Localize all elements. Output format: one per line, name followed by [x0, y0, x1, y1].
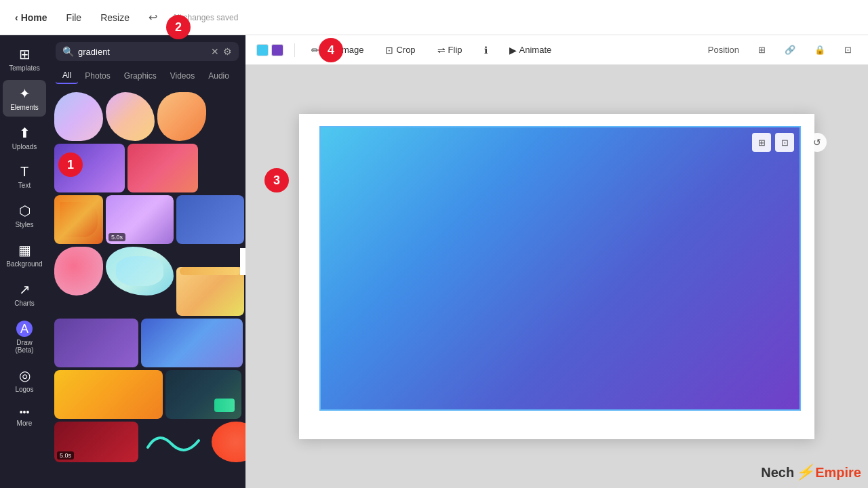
grid-icon[interactable]: ⊞: [753, 42, 771, 58]
list-item[interactable]: 5.0s: [106, 195, 174, 244]
sidebar-item-logos[interactable]: ◎ Logos: [3, 362, 46, 399]
styles-icon: ⬡: [19, 203, 31, 219]
search-clear-icon[interactable]: ✕: [211, 46, 219, 57]
animate-button[interactable]: ▶ Animate: [504, 42, 557, 58]
search-filter-icon[interactable]: ⚙: [223, 46, 232, 57]
list-item[interactable]: [165, 370, 241, 419]
undo-button[interactable]: ↩: [142, 7, 164, 28]
sidebar-item-charts[interactable]: ↗ Charts: [3, 276, 46, 312]
position-button[interactable]: Position: [703, 42, 745, 58]
resize-label: Resize: [100, 12, 130, 23]
sidebar-item-background[interactable]: ▦ Background: [3, 237, 46, 273]
canvas-container: ⊞ ⊡ ↺: [245, 65, 868, 488]
flip-icon: ⇌: [437, 45, 446, 56]
canvas-overlay-toolbar: ⊞ ⊡: [752, 133, 794, 152]
grid-row-1: [54, 92, 240, 141]
list-item[interactable]: [157, 92, 206, 141]
list-item[interactable]: [54, 195, 103, 244]
sidebar-item-uploads[interactable]: ⬆ Uploads: [3, 119, 46, 156]
canvas-gradient-element[interactable]: ⊞ ⊡ ↺: [319, 126, 801, 411]
canvas-crop-icon[interactable]: ⊡: [775, 133, 794, 152]
list-item[interactable]: [176, 247, 244, 316]
step-badge-1: 1: [58, 152, 83, 177]
charts-icon: ↗: [19, 281, 31, 298]
undo-icon: ↩: [149, 11, 157, 24]
sidebar-item-draw[interactable]: A Draw (Beta): [3, 315, 46, 359]
step-badge-2: 2: [166, 15, 191, 39]
grid-row-4: [54, 247, 240, 316]
canvas-page[interactable]: ⊞ ⊡ ↺: [299, 114, 814, 439]
list-item[interactable]: [54, 92, 103, 141]
home-button[interactable]: ‹ Home: [8, 8, 54, 27]
grid-row-5: [54, 319, 240, 367]
main-layout: ⊞ Templates ✦ Elements ⬆ Uploads T Text …: [0, 35, 868, 488]
flip-button[interactable]: ⇌ Flip: [432, 42, 468, 58]
sidebar-icons: ⊞ Templates ✦ Elements ⬆ Uploads T Text …: [0, 35, 49, 488]
list-item[interactable]: [54, 370, 163, 419]
list-item[interactable]: 5.0s: [54, 422, 138, 462]
list-item[interactable]: [54, 319, 138, 367]
list-item[interactable]: [212, 422, 245, 462]
search-input[interactable]: [78, 47, 207, 57]
search-bar: 🔍 ✕ ⚙: [56, 42, 239, 61]
brand-name-part1: Nech: [761, 465, 794, 481]
top-bar-left: ‹ Home File Resize ↩ All changes saved: [8, 7, 238, 28]
animate-label: Animate: [519, 45, 552, 55]
elements-grid: 5.0s: [49, 89, 245, 488]
resize-button[interactable]: Resize: [94, 8, 136, 27]
templates-icon: ⊞: [19, 46, 31, 62]
brand-logo: Nech ⚡ Empire: [761, 464, 861, 481]
styles-label: Styles: [15, 221, 33, 228]
list-item[interactable]: [127, 144, 198, 192]
list-item[interactable]: [141, 422, 209, 462]
tab-photos[interactable]: Photos: [78, 68, 117, 84]
list-item[interactable]: [176, 195, 244, 244]
file-label: File: [66, 12, 82, 23]
search-icon: 🔍: [62, 46, 74, 57]
sidebar-item-elements[interactable]: ✦ Elements: [3, 80, 46, 117]
file-button[interactable]: File: [60, 8, 89, 27]
sidebar-item-more[interactable]: ••• More: [3, 401, 46, 432]
more-label: More: [17, 420, 33, 427]
canvas-expand-icon[interactable]: ⊞: [752, 133, 771, 152]
swatch-cyan[interactable]: [256, 44, 269, 56]
sidebar-item-templates[interactable]: ⊞ Templates: [3, 41, 46, 77]
list-item[interactable]: [106, 247, 174, 316]
crop-button[interactable]: ⊡ Crop: [380, 42, 420, 58]
info-button[interactable]: ℹ: [479, 42, 493, 58]
logos-icon: ◎: [19, 367, 31, 384]
uploads-label: Uploads: [12, 143, 37, 150]
filter-tabs: All Photos Graphics Videos Audio: [49, 68, 245, 89]
crop-icon: ⊡: [385, 45, 393, 56]
charts-label: Charts: [14, 300, 34, 307]
fullscreen-icon[interactable]: ⊡: [839, 42, 857, 58]
list-item[interactable]: [106, 92, 155, 141]
grid-row-6: [54, 370, 240, 419]
sidebar-item-styles[interactable]: ⬡ Styles: [3, 197, 46, 234]
lock-icon[interactable]: 🔒: [809, 42, 831, 58]
tab-videos[interactable]: Videos: [163, 68, 201, 84]
info-icon: ℹ: [484, 45, 488, 56]
step-badge-3: 3: [264, 168, 289, 192]
tab-graphics[interactable]: Graphics: [117, 68, 163, 84]
canvas-refresh-button[interactable]: ↺: [808, 133, 827, 152]
toolbar-right: Position ⊞ 🔗 🔒 ⊡: [703, 42, 857, 58]
tab-audio[interactable]: Audio: [201, 68, 236, 84]
chevron-left-icon: ‹: [15, 12, 18, 23]
list-item[interactable]: [54, 247, 103, 316]
crop-label: Crop: [396, 45, 415, 55]
sidebar-item-text[interactable]: T Text: [3, 159, 46, 195]
top-bar: ‹ Home File Resize ↩ All changes saved: [0, 0, 868, 35]
elements-icon: ✦: [19, 85, 31, 102]
list-item[interactable]: [141, 319, 243, 367]
brand-lightning-icon: ⚡: [795, 464, 814, 481]
text-label: Text: [18, 182, 31, 189]
link-icon[interactable]: 🔗: [779, 42, 801, 58]
templates-label: Templates: [9, 64, 40, 72]
elements-panel: 🔍 ✕ ⚙ All Photos Graphics Videos Audio: [49, 35, 245, 488]
draw-icon: A: [16, 321, 33, 337]
swatch-purple[interactable]: [271, 44, 283, 56]
uploads-icon: ⬆: [19, 125, 31, 141]
tab-all[interactable]: All: [56, 68, 78, 84]
panel-collapse-button[interactable]: ‹: [240, 248, 245, 275]
